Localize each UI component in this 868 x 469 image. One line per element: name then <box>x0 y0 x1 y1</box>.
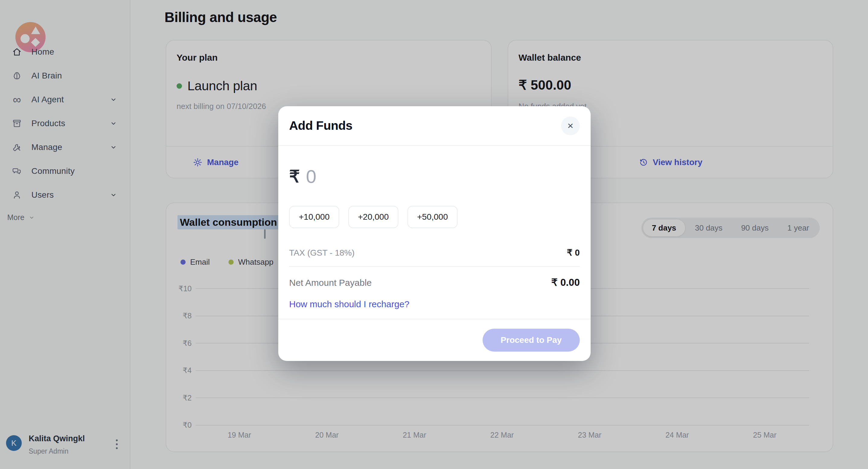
add-50000-button[interactable]: +50,000 <box>407 206 458 228</box>
proceed-to-pay-button[interactable]: Proceed to Pay <box>483 329 580 352</box>
net-amount-label: Net Amount Payable <box>289 278 372 288</box>
add-10000-button[interactable]: +10,000 <box>289 206 339 228</box>
tax-row: TAX (GST - 18%) ₹ 0 <box>289 248 580 258</box>
net-amount-row: Net Amount Payable ₹ 0.00 <box>289 277 580 288</box>
tax-value: ₹ 0 <box>567 248 580 258</box>
recharge-help-link[interactable]: How much should I recharge? <box>289 299 409 309</box>
tax-label: TAX (GST - 18%) <box>289 248 354 258</box>
modal-header: Add Funds × <box>278 106 591 146</box>
modal-footer: Proceed to Pay <box>278 319 591 361</box>
add-20000-button[interactable]: +20,000 <box>348 206 398 228</box>
add-funds-modal: Add Funds × ₹ +10,000 +20,000 +50,000 TA… <box>278 106 591 361</box>
divider <box>289 266 580 267</box>
amount-row: ₹ <box>289 166 580 187</box>
modal-body: ₹ +10,000 +20,000 +50,000 TAX (GST - 18%… <box>278 166 591 309</box>
net-amount-value: ₹ 0.00 <box>551 277 580 288</box>
close-icon[interactable]: × <box>561 117 580 135</box>
rupee-symbol: ₹ <box>289 166 300 186</box>
quick-amounts-row: +10,000 +20,000 +50,000 <box>289 206 580 228</box>
amount-input[interactable] <box>306 166 463 187</box>
modal-title: Add Funds <box>289 119 352 133</box>
